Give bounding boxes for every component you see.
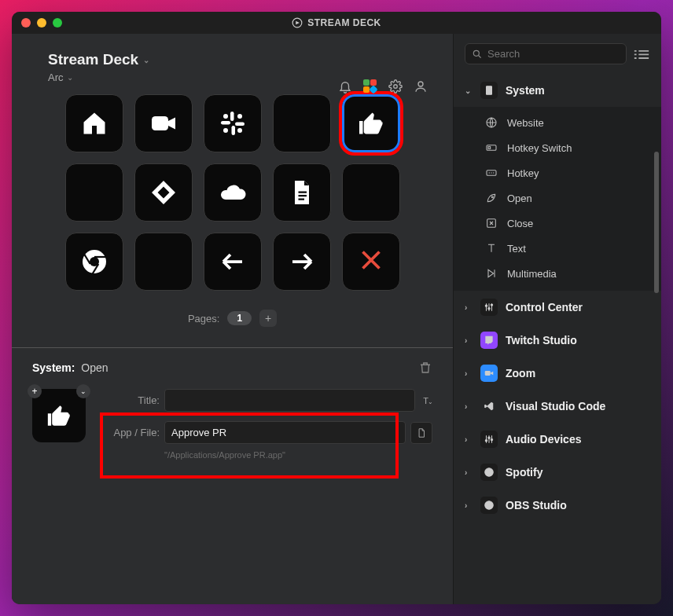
document-icon [288, 178, 316, 207]
svg-rect-5 [221, 121, 230, 125]
deck-key-chrome[interactable] [65, 233, 123, 291]
category-label: Twitch Studio [506, 334, 577, 346]
window-close-button[interactable] [21, 18, 31, 28]
deck-key-document[interactable] [273, 163, 331, 222]
profile-selector[interactable]: Stream Deck ⌄ [48, 51, 431, 68]
category-spotify[interactable]: › Spotify [454, 456, 661, 489]
action-close[interactable]: Close [454, 211, 661, 236]
thumbs-up-icon [46, 402, 72, 429]
category-zoom[interactable]: › Zoom [454, 357, 661, 390]
thumbnail-menu-button[interactable]: ⌄ [76, 384, 90, 398]
deck-key-arrow-left[interactable] [204, 233, 262, 291]
chevron-right-icon: › [465, 336, 473, 345]
close-action-icon [485, 217, 498, 229]
title-label: Title: [105, 394, 160, 406]
search-input[interactable] [487, 48, 620, 60]
action-website[interactable]: Website [454, 110, 661, 135]
key-thumbnail[interactable]: + ⌄ [32, 389, 86, 442]
right-pane: ⌄ System Website Hotkey Switch [453, 34, 661, 604]
category-vscode[interactable]: › Visual Studio Code [454, 390, 661, 423]
person-icon[interactable] [414, 79, 428, 94]
search-box[interactable] [465, 43, 627, 64]
action-hotkey-switch[interactable]: Hotkey Switch [454, 135, 661, 160]
svg-point-8 [223, 114, 228, 119]
bell-icon[interactable] [338, 79, 352, 94]
pages-label: Pages: [188, 313, 219, 324]
svg-point-24 [491, 196, 493, 198]
deck-key-arrow-right[interactable] [273, 233, 331, 291]
appfile-path-hint: "/Applications/Approve PR.app" [105, 450, 432, 460]
inspector-title: System: Open [32, 361, 108, 374]
svg-rect-6 [231, 126, 235, 135]
deck-key-slack[interactable] [204, 94, 262, 152]
multimedia-icon [485, 267, 498, 280]
delete-button[interactable] [418, 361, 432, 375]
action-hotkey[interactable]: Hotkey [454, 160, 661, 185]
category-obs-studio[interactable]: › OBS Studio [454, 489, 661, 522]
add-page-button[interactable]: + [259, 310, 277, 327]
deck-key-jira[interactable] [134, 163, 193, 222]
deck-key-cloud[interactable] [204, 163, 262, 222]
inspector: System: Open + ⌄ [12, 347, 453, 475]
browse-file-button[interactable] [410, 422, 432, 444]
category-label: Zoom [506, 367, 535, 380]
chevron-down-icon: ⌄ [143, 56, 149, 64]
svg-point-26 [485, 305, 487, 306]
chevron-down-icon: ⌄ [67, 73, 73, 82]
deck-key-empty[interactable] [342, 163, 400, 222]
svg-rect-12 [298, 192, 307, 193]
appfile-input[interactable] [164, 421, 406, 444]
sliders-icon [480, 299, 498, 316]
action-open[interactable]: Open [454, 185, 661, 211]
view-toggle-button[interactable] [633, 49, 650, 60]
category-audio-devices[interactable]: › Audio Devices [454, 423, 661, 456]
deck-key-empty[interactable] [65, 163, 123, 222]
svg-point-11 [237, 128, 242, 133]
window-minimize-button[interactable] [37, 18, 46, 28]
add-state-button[interactable]: + [28, 384, 42, 398]
category-twitch-studio[interactable]: › Twitch Studio [454, 324, 661, 357]
globe-icon [485, 116, 498, 129]
system-icon [480, 82, 498, 99]
svg-point-9 [237, 114, 242, 119]
category-label: System [506, 84, 545, 97]
plugins-icon[interactable] [363, 79, 377, 94]
svg-point-35 [487, 503, 490, 506]
svg-point-27 [488, 308, 490, 310]
category-control-center[interactable]: › Control Center [454, 291, 661, 324]
deck-key-thumbs-up[interactable] [342, 94, 400, 152]
category-system[interactable]: ⌄ System [454, 74, 661, 107]
hotkey-icon [485, 167, 498, 179]
zoom-icon [480, 365, 498, 382]
window-title: STREAM DECK [12, 17, 661, 28]
camera-icon [149, 109, 178, 138]
window-zoom-button[interactable] [53, 18, 62, 28]
profile-name: Stream Deck [48, 51, 138, 68]
page-indicator[interactable]: 1 [227, 311, 252, 325]
title-input[interactable] [164, 389, 415, 412]
svg-point-17 [473, 50, 479, 56]
appfile-label: App / File: [105, 427, 160, 438]
action-multimedia[interactable]: Multimedia [454, 261, 661, 286]
deck-key-empty[interactable] [273, 94, 331, 152]
audio-icon [480, 431, 498, 448]
deck-key-camera[interactable] [134, 94, 193, 152]
deck-key-home[interactable] [65, 94, 123, 152]
twitch-icon [480, 332, 498, 349]
gear-icon[interactable] [388, 79, 403, 94]
svg-rect-14 [298, 199, 304, 200]
scrollbar[interactable] [654, 152, 659, 293]
category-label: Control Center [506, 301, 583, 314]
text-style-button[interactable]: T⌄ [423, 396, 432, 405]
svg-rect-7 [235, 123, 245, 126]
chevron-right-icon: › [465, 369, 473, 378]
chevron-right-icon: › [465, 303, 473, 312]
svg-rect-29 [485, 371, 491, 376]
category-label: Audio Devices [506, 433, 581, 446]
titlebar: STREAM DECK [12, 12, 661, 34]
deck-key-empty[interactable] [134, 233, 193, 291]
deck-key-close[interactable] [342, 233, 400, 291]
chevron-right-icon: › [465, 435, 473, 444]
action-text[interactable]: Text [454, 236, 661, 261]
system-sub-items: Website Hotkey Switch Hotkey Open [454, 107, 661, 291]
